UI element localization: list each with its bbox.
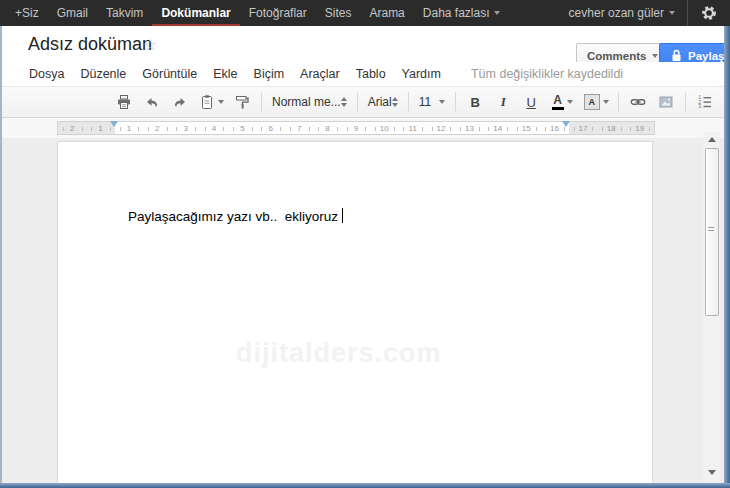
document-page[interactable]: dijitalders.com Paylaşacağımız yazı vb..…	[57, 141, 653, 483]
font-value: Arial	[368, 95, 392, 109]
ruler-tick-label: 19	[626, 122, 654, 134]
ruler-tick-label: 10	[370, 122, 398, 134]
numbered-list-icon: 123	[697, 94, 713, 110]
paint-format-button[interactable]	[229, 89, 255, 115]
menu-item[interactable]: Yardım	[394, 65, 449, 83]
updown-icon	[392, 97, 398, 107]
topbar-item[interactable]: Daha fazlası	[414, 0, 509, 26]
topbar-item[interactable]: Gmail	[48, 0, 97, 26]
numbered-list-button[interactable]: 123	[692, 89, 718, 115]
svg-text:3: 3	[699, 104, 702, 109]
paragraph-style-select[interactable]: Normal me...	[267, 90, 352, 114]
highlight-color-button[interactable]: A	[580, 89, 612, 115]
toolbar-divider	[455, 92, 456, 112]
image-icon	[658, 94, 674, 110]
topbar-item[interactable]: Dokümanlar	[152, 0, 239, 26]
ruler-tick-label: 18	[597, 122, 625, 134]
toolbar-divider	[357, 92, 358, 112]
window-border-bottom	[0, 483, 730, 488]
text-color-button[interactable]: A	[546, 89, 578, 115]
watermark: dijitalders.com	[236, 338, 442, 369]
bold-button[interactable]: B	[462, 89, 488, 115]
ruler-tick-label: 17	[569, 122, 597, 134]
star-icon[interactable]: ☆	[143, 35, 157, 54]
ruler-tick-label: 9	[342, 122, 370, 134]
ruler-tick-label: 8	[313, 122, 341, 134]
settings-button[interactable]	[688, 0, 730, 26]
undo-button[interactable]	[139, 89, 165, 115]
updown-icon	[341, 97, 347, 107]
menu-item[interactable]: Düzenle	[72, 65, 134, 83]
ruler-tick-label: 7	[285, 122, 313, 134]
topbar-item[interactable]: Sites	[316, 0, 361, 26]
scroll-down-arrow-icon[interactable]	[708, 470, 716, 475]
font-select[interactable]: Arial	[363, 90, 403, 114]
toolbar-divider	[261, 92, 262, 112]
topbar-item-label: Fotoğraflar	[249, 6, 307, 20]
ruler-tick-label: 3	[172, 122, 200, 134]
ruler-tick-label: 14	[484, 122, 512, 134]
chevron-down-icon	[567, 100, 573, 104]
font-size-select[interactable]: 11	[414, 90, 450, 114]
topbar-item[interactable]: Arama	[360, 0, 413, 26]
right-indent-marker[interactable]	[562, 121, 570, 127]
topbar-item[interactable]: Fotoğraflar	[240, 0, 316, 26]
topbar-right: cevher ozan güler	[557, 0, 730, 26]
scroll-up-arrow-icon[interactable]	[708, 137, 716, 142]
paragraph-style-value: Normal me...	[272, 95, 341, 109]
ruler-tick-label: 15	[512, 122, 540, 134]
ruler-tick-label: 11	[399, 122, 427, 134]
scrollbar-grip	[708, 227, 714, 233]
print-icon	[116, 94, 132, 110]
redo-button[interactable]	[167, 89, 193, 115]
lock-icon	[671, 49, 682, 62]
scrollbar-thumb[interactable]	[705, 148, 719, 316]
topbar-item-label: Arama	[369, 6, 404, 20]
link-icon	[630, 94, 646, 110]
chevron-down-icon	[652, 54, 658, 58]
menu-item[interactable]: Araçlar	[292, 65, 348, 83]
menu-item[interactable]: Ekle	[205, 65, 245, 83]
topbar-item[interactable]: +Siz	[6, 0, 48, 26]
account-menu[interactable]: cevher ozan güler	[557, 0, 687, 26]
topbar-item-label: +Siz	[15, 6, 39, 20]
window-border-left	[0, 26, 2, 483]
chevron-down-icon	[218, 100, 224, 104]
ruler-tick-label: 4	[200, 122, 228, 134]
share-button-label: Paylaş	[688, 50, 724, 62]
italic-button[interactable]: I	[490, 89, 516, 115]
text-cursor	[342, 208, 343, 223]
underline-button[interactable]: U	[518, 89, 544, 115]
menu-item[interactable]: Biçim	[246, 65, 293, 83]
text-color-icon: A	[552, 95, 564, 110]
ruler-tick-label: 2	[58, 122, 86, 134]
menu-bar: Dosya Düzenle Görüntüle Ekle Biçim Araçl…	[0, 62, 730, 86]
font-size-value: 11	[419, 95, 431, 109]
comments-button-label: Comments	[587, 50, 646, 62]
insert-link-button[interactable]	[625, 89, 651, 115]
document-canvas: dijitalders.com Paylaşacağımız yazı vb..…	[0, 138, 730, 483]
left-indent-marker[interactable]	[110, 121, 118, 127]
topbar-item[interactable]: Takvim	[97, 0, 152, 26]
clipboard-icon	[199, 94, 215, 110]
topbar-item-label: Sites	[325, 6, 352, 20]
window-border-right	[724, 26, 730, 488]
toolbar: Normal me... Arial 11 B I U A A 123	[0, 86, 730, 118]
document-text[interactable]: Paylaşacağımız yazı vb.. ekliyoruz	[128, 208, 343, 224]
vertical-scrollbar[interactable]	[703, 132, 720, 482]
menu-item[interactable]: Tablo	[348, 65, 394, 83]
paint-roller-icon	[234, 94, 250, 110]
print-button[interactable]	[111, 89, 137, 115]
menu-item[interactable]: Görüntüle	[134, 65, 205, 83]
ruler-tick-label: 1	[115, 122, 143, 134]
undo-icon	[144, 94, 160, 110]
chevron-down-icon	[439, 100, 445, 104]
topbar-item-label: Daha fazlası	[423, 6, 490, 20]
paste-button[interactable]	[195, 89, 227, 115]
insert-image-button[interactable]	[653, 89, 679, 115]
document-title[interactable]: Adsız doküman	[28, 34, 152, 55]
bold-icon: B	[470, 95, 479, 110]
underline-icon: U	[526, 95, 535, 110]
topbar-item-label: Takvim	[106, 6, 143, 20]
menu-item[interactable]: Dosya	[21, 65, 72, 83]
